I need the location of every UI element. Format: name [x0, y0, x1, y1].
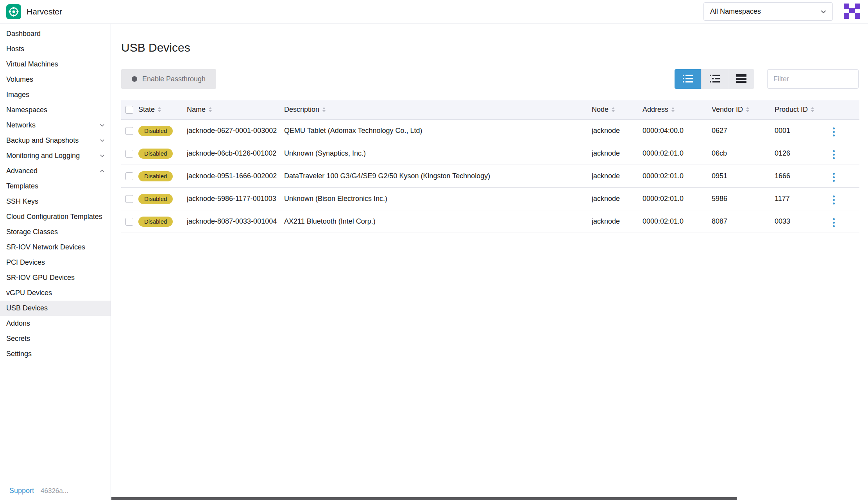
cell-node: jacknode: [592, 210, 642, 233]
namespace-selector[interactable]: All Namespaces: [703, 2, 833, 21]
row-checkbox[interactable]: [125, 172, 133, 180]
sidebar-item-virtual-machines[interactable]: Virtual Machines: [0, 57, 111, 72]
sidebar-item-storage-classes[interactable]: Storage Classes: [0, 224, 111, 240]
cell-description: Unknown (Synaptics, Inc.): [284, 142, 592, 165]
cell-node: jacknode: [592, 188, 642, 210]
sidebar-item-networks[interactable]: Networks: [0, 118, 111, 133]
sidebar-item-namespaces[interactable]: Namespaces: [0, 102, 111, 118]
sidebar-item-ssh-keys[interactable]: SSH Keys: [0, 194, 111, 209]
row-checkbox[interactable]: [125, 127, 133, 135]
chevron-down-icon: [99, 138, 105, 143]
sidebar-item-label: Namespaces: [6, 106, 47, 114]
column-header-name[interactable]: Name: [187, 100, 284, 120]
column-header-vendor-id[interactable]: Vendor ID: [712, 100, 775, 120]
sidebar-item-label: Secrets: [6, 335, 30, 343]
column-label: Node: [592, 106, 608, 114]
cell-description: DataTraveler 100 G3/G4/SE9 G2/50 Kyson (…: [284, 165, 592, 188]
sort-icon: [811, 107, 814, 112]
row-actions-button[interactable]: [829, 170, 839, 184]
table-view-button[interactable]: [728, 69, 754, 89]
sidebar-item-label: SSH Keys: [6, 197, 38, 206]
app-header: Harvester All Namespaces: [0, 0, 868, 23]
flat-list-view-button[interactable]: [675, 69, 701, 89]
sidebar-item-label: Virtual Machines: [6, 60, 58, 68]
row-actions-button[interactable]: [829, 148, 839, 161]
cell-name: jacknode-0627-0001-003002: [187, 120, 284, 142]
sidebar-item-advanced[interactable]: Advanced: [0, 163, 111, 179]
sidebar-item-secrets[interactable]: Secrets: [0, 331, 111, 346]
column-label: Description: [284, 106, 319, 114]
sidebar-item-usb-devices[interactable]: USB Devices: [0, 301, 111, 316]
sidebar-item-volumes[interactable]: Volumes: [0, 72, 111, 87]
sidebar-item-label: Images: [6, 91, 29, 99]
column-label: Vendor ID: [712, 106, 743, 114]
harvester-logo-icon: [6, 4, 21, 19]
column-header-product-id[interactable]: Product ID: [775, 100, 829, 120]
sidebar-item-dashboard[interactable]: Dashboard: [0, 26, 111, 41]
cell-address: 0000:04:00.0: [642, 120, 712, 142]
select-all-checkbox[interactable]: [125, 106, 133, 114]
sidebar-item-sriov-gpu-devices[interactable]: SR-IOV GPU Devices: [0, 270, 111, 285]
column-header-description[interactable]: Description: [284, 100, 592, 120]
version-text: 46326a...: [41, 487, 68, 495]
column-header-state[interactable]: State: [138, 100, 187, 120]
chevron-down-icon: [99, 153, 105, 159]
sidebar-item-monitoring-and-logging[interactable]: Monitoring and Logging: [0, 148, 111, 163]
sidebar-footer: Support 46326a...: [9, 487, 68, 495]
sidebar-item-images[interactable]: Images: [0, 87, 111, 102]
toolbar: Enable Passthrough: [121, 69, 859, 89]
cell-name: jacknode-06cb-0126-001002: [187, 142, 284, 165]
horizontal-scrollbar-thumb[interactable]: [111, 497, 737, 500]
sidebar-item-label: Networks: [6, 121, 36, 129]
cell-vendor-id: 8087: [712, 210, 775, 233]
column-header-node[interactable]: Node: [592, 100, 642, 120]
sidebar-item-addons[interactable]: Addons: [0, 316, 111, 331]
rancher-brand-icon: [843, 4, 861, 20]
table-row[interactable]: Disabled jacknode-06cb-0126-001002 Unkno…: [121, 142, 859, 165]
sidebar-item-templates[interactable]: Templates: [0, 179, 111, 194]
row-actions-button[interactable]: [829, 125, 839, 139]
sidebar-item-pci-devices[interactable]: PCI Devices: [0, 255, 111, 270]
filter-input[interactable]: [767, 69, 859, 89]
cell-node: jacknode: [592, 165, 642, 188]
enable-passthrough-button[interactable]: Enable Passthrough: [121, 69, 216, 89]
table-row[interactable]: Disabled jacknode-0627-0001-003002 QEMU …: [121, 120, 859, 142]
rancher-brand-logo[interactable]: [843, 4, 861, 20]
cell-vendor-id: 06cb: [712, 142, 775, 165]
row-checkbox[interactable]: [125, 150, 133, 158]
sidebar-item-hosts[interactable]: Hosts: [0, 41, 111, 57]
sidebar-item-label: Storage Classes: [6, 228, 58, 236]
sidebar-item-settings[interactable]: Settings: [0, 346, 111, 362]
sidebar-item-label: Volumes: [6, 75, 33, 84]
cell-actions: [829, 142, 859, 165]
sidebar-item-cloud-configuration-templates[interactable]: Cloud Configuration Templates: [0, 209, 111, 224]
sidebar-item-label: Backup and Snapshots: [6, 136, 79, 145]
row-checkbox[interactable]: [125, 195, 133, 203]
cell-checkbox: [121, 165, 138, 188]
table-row[interactable]: Disabled jacknode-0951-1666-002002 DataT…: [121, 165, 859, 188]
view-toggle-group: [675, 69, 754, 89]
row-actions-button[interactable]: [829, 193, 839, 207]
table-row[interactable]: Disabled jacknode-5986-1177-001003 Unkno…: [121, 188, 859, 210]
cell-vendor-id: 0951: [712, 165, 775, 188]
cell-actions: [829, 210, 859, 233]
sidebar-item-backup-and-snapshots[interactable]: Backup and Snapshots: [0, 133, 111, 148]
grouped-list-view-button[interactable]: [701, 69, 728, 89]
cell-node: jacknode: [592, 120, 642, 142]
harvester-logo[interactable]: [6, 4, 21, 19]
column-header-actions: [829, 100, 859, 120]
table-row[interactable]: Disabled jacknode-8087-0033-001004 AX211…: [121, 210, 859, 233]
sidebar-item-label: Settings: [6, 350, 32, 358]
cell-checkbox: [121, 120, 138, 142]
table-view-icon: [736, 74, 746, 84]
sidebar-item-vgpu-devices[interactable]: vGPU Devices: [0, 285, 111, 301]
cell-state: Disabled: [138, 210, 187, 233]
column-label: Name: [187, 106, 206, 114]
sidebar-item-sriov-network-devices[interactable]: SR-IOV Network Devices: [0, 240, 111, 255]
row-actions-button[interactable]: [829, 216, 839, 229]
sidebar-item-label: SR-IOV Network Devices: [6, 243, 85, 251]
row-checkbox[interactable]: [125, 218, 133, 226]
cell-state: Disabled: [138, 142, 187, 165]
support-link[interactable]: Support: [9, 487, 34, 495]
column-header-address[interactable]: Address: [642, 100, 712, 120]
